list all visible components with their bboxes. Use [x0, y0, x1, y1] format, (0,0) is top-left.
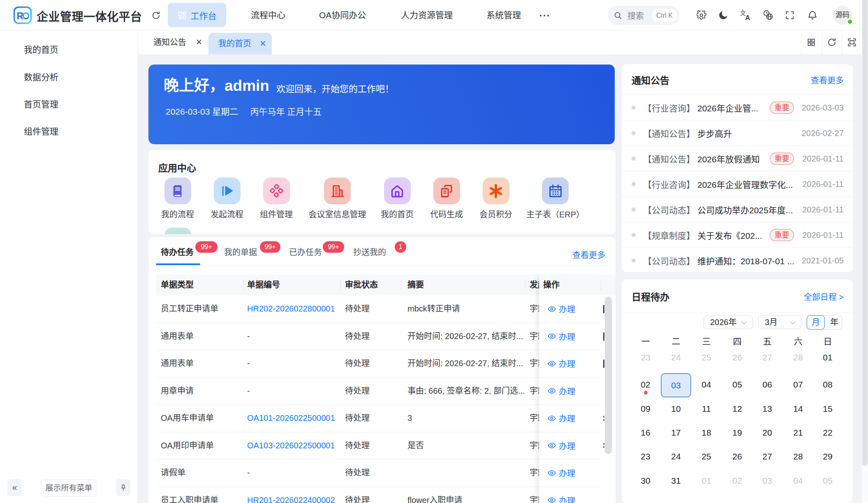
svg-text:O: O — [22, 11, 30, 21]
svg-text:A: A — [745, 14, 750, 21]
